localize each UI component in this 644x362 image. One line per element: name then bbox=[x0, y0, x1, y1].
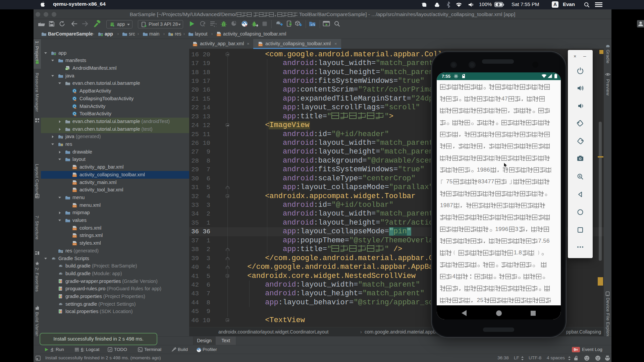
svg-text:MF: MF bbox=[66, 68, 69, 70]
svg-text:<>: <> bbox=[73, 205, 76, 207]
svg-text:<>: <> bbox=[73, 228, 76, 230]
svg-text:A: A bbox=[203, 24, 205, 27]
svg-text:<>: <> bbox=[73, 190, 76, 192]
svg-text:<>: <> bbox=[259, 44, 262, 46]
svg-text:<>: <> bbox=[194, 44, 197, 46]
svg-text:<>: <> bbox=[73, 182, 76, 184]
svg-text:<>: <> bbox=[218, 34, 220, 36]
svg-text:<>: <> bbox=[73, 167, 76, 169]
svg-text:<>: <> bbox=[73, 243, 76, 245]
svg-text:<>: <> bbox=[73, 175, 76, 177]
svg-text:<>: <> bbox=[73, 236, 76, 238]
